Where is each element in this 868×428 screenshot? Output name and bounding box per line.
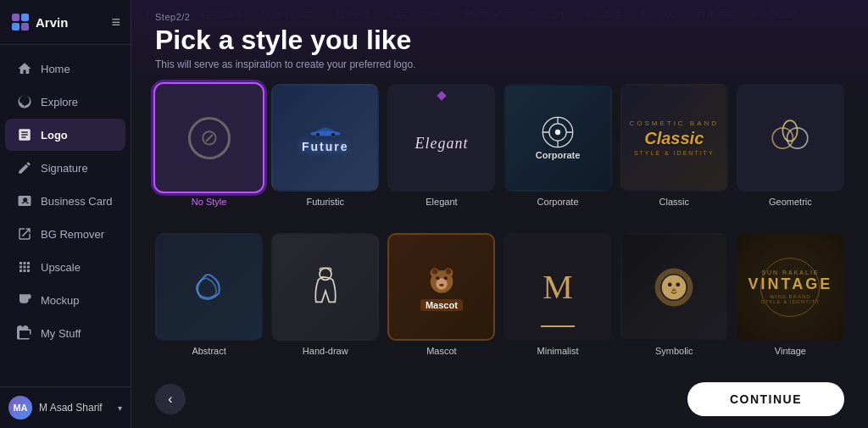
minimalist-m-icon: M	[542, 267, 573, 307]
style-item-geometric[interactable]: Geometric	[737, 84, 844, 225]
style-card-no-style[interactable]: ⊘	[155, 84, 263, 192]
style-label-elegant: Elegant	[426, 197, 457, 207]
style-label-classic: Classic	[659, 197, 689, 207]
hamburger-icon[interactable]: ≡	[111, 14, 120, 31]
style-item-no-style[interactable]: ⊘ No Style	[155, 84, 263, 225]
classic-bottom-text: STYLE & IDENTITY	[634, 150, 715, 156]
style-card-vintage[interactable]: SUN RAKALIE VINTAGE WINE BRAND STYLE & I…	[737, 233, 844, 341]
page-title: Pick a style you like	[155, 25, 844, 55]
chevron-down-icon: ▾	[118, 403, 122, 413]
svg-point-31	[676, 282, 681, 286]
vintage-subtitle: STYLE & IDENTITY	[761, 299, 821, 304]
chevron-left-icon: ‹	[168, 392, 172, 407]
svg-point-7	[331, 132, 335, 136]
vintage-main-text: VINTAGE	[748, 275, 833, 294]
brand-logo[interactable]: Arvin	[10, 12, 68, 32]
style-item-elegant[interactable]: Elegant Elegant	[387, 84, 495, 225]
mascot-label: Mascot	[420, 299, 463, 311]
symbolic-lion-icon	[654, 267, 694, 308]
style-item-vintage[interactable]: SUN RAKALIE VINTAGE WINE BRAND STYLE & I…	[737, 233, 844, 374]
handdraw-icon	[307, 265, 344, 309]
svg-rect-2	[12, 23, 19, 31]
geometric-icon	[768, 116, 812, 160]
content-area: Step2/2 Pick a style you like This will …	[131, 0, 868, 428]
sidebar-item-mockup[interactable]: Mockup	[5, 284, 125, 316]
style-card-geometric[interactable]	[737, 84, 844, 192]
avatar: MA	[8, 396, 32, 420]
svg-point-10	[555, 130, 560, 135]
elegant-script: Elegant	[415, 135, 468, 153]
futuristic-car-icon	[309, 123, 342, 138]
futuristic-label: Future	[302, 140, 349, 153]
svg-point-23	[446, 269, 452, 275]
style-label-corporate: Corporate	[537, 197, 579, 207]
style-item-futuristic[interactable]: Future Futuristic	[271, 84, 379, 225]
style-card-hand-draw[interactable]	[271, 233, 379, 341]
style-card-symbolic[interactable]	[620, 233, 728, 341]
sidebar-item-my-stuff[interactable]: My Stuff	[5, 317, 125, 349]
svg-point-28	[662, 275, 687, 299]
vintage-top-text: SUN RAKALIE	[761, 270, 819, 275]
sidebar: Arvin ≡ Home Explore Logo Signature Busi…	[0, 0, 131, 428]
svg-rect-1	[21, 14, 29, 21]
sidebar-nav: Home Explore Logo Signature Business Car…	[0, 45, 131, 386]
classic-main-text: Classic	[644, 129, 704, 148]
mascot-bear-icon	[425, 264, 459, 297]
style-card-corporate[interactable]: Corporate	[504, 84, 611, 192]
no-style-icon: ⊘	[188, 117, 231, 159]
style-item-corporate[interactable]: Corporate Corporate	[504, 84, 611, 225]
sidebar-item-explore[interactable]: Explore	[5, 86, 125, 118]
brand-name: Arvin	[36, 15, 68, 30]
sidebar-item-signature[interactable]: Signature	[5, 152, 125, 184]
style-item-abstract[interactable]: Abstract	[155, 233, 263, 374]
sidebar-item-home[interactable]: Home	[5, 53, 125, 85]
style-card-mascot[interactable]: Mascot	[387, 233, 495, 341]
style-card-futuristic[interactable]: Future	[271, 84, 379, 192]
style-item-hand-draw[interactable]: Hand-draw	[271, 233, 379, 374]
svg-rect-0	[12, 14, 19, 21]
continue-button[interactable]: CONTINUE	[687, 382, 844, 416]
sidebar-header: Arvin ≡	[0, 0, 131, 45]
style-card-classic[interactable]: COSMETIC BAND Classic STYLE & IDENTITY	[620, 84, 728, 192]
corporate-text: Corporate	[536, 150, 581, 160]
prev-button[interactable]: ‹	[155, 384, 186, 414]
style-label-mascot: Mascot	[426, 346, 456, 356]
svg-point-6	[315, 132, 320, 136]
style-label-symbolic: Symbolic	[655, 346, 693, 356]
style-label-minimalist: Minimalist	[537, 346, 579, 356]
svg-point-22	[432, 269, 438, 275]
sidebar-item-logo[interactable]: Logo	[5, 119, 125, 151]
bottom-bar: ‹ CONTINUE	[155, 374, 844, 416]
svg-point-25	[436, 276, 439, 280]
classic-top-text: COSMETIC BAND	[629, 120, 719, 127]
corporate-icon	[542, 116, 574, 148]
svg-point-5	[310, 131, 341, 136]
style-item-symbolic[interactable]: Symbolic	[620, 233, 728, 374]
elegant-diamond-icon	[437, 92, 446, 101]
page-subtitle: This will serve as inspiration to create…	[155, 58, 844, 70]
style-card-abstract[interactable]	[155, 233, 263, 341]
style-label-futuristic: Futuristic	[306, 197, 344, 207]
user-name: M Asad Sharif	[39, 402, 111, 414]
svg-point-32	[672, 288, 676, 291]
sidebar-item-bg-remover[interactable]: BG Remover	[5, 218, 125, 250]
step-label: Step2/2	[155, 12, 844, 22]
svg-point-26	[444, 276, 448, 280]
minimalist-underline	[541, 325, 575, 327]
style-card-elegant[interactable]: Elegant	[387, 84, 495, 192]
style-label-abstract: Abstract	[192, 346, 225, 356]
style-label-vintage: Vintage	[775, 346, 806, 356]
style-card-minimalist[interactable]: M	[504, 233, 611, 341]
svg-rect-3	[21, 23, 29, 31]
sidebar-item-business-card[interactable]: Business Card	[5, 185, 125, 217]
style-label-no-style: No Style	[192, 197, 227, 207]
style-label-geometric: Geometric	[769, 197, 812, 207]
style-label-hand-draw: Hand-draw	[303, 346, 348, 356]
style-item-mascot[interactable]: Mascot Mascot	[387, 233, 495, 374]
style-item-classic[interactable]: COSMETIC BAND Classic STYLE & IDENTITY C…	[620, 84, 728, 225]
sidebar-item-upscale[interactable]: Upscale	[5, 251, 125, 283]
svg-point-27	[439, 283, 443, 286]
user-profile[interactable]: MA M Asad Sharif ▾	[0, 386, 131, 428]
main-content: FUTURE ELEGANT CORPORATE CLASSIC GEOMETR…	[131, 0, 868, 428]
style-item-minimalist[interactable]: M Minimalist	[504, 233, 611, 374]
